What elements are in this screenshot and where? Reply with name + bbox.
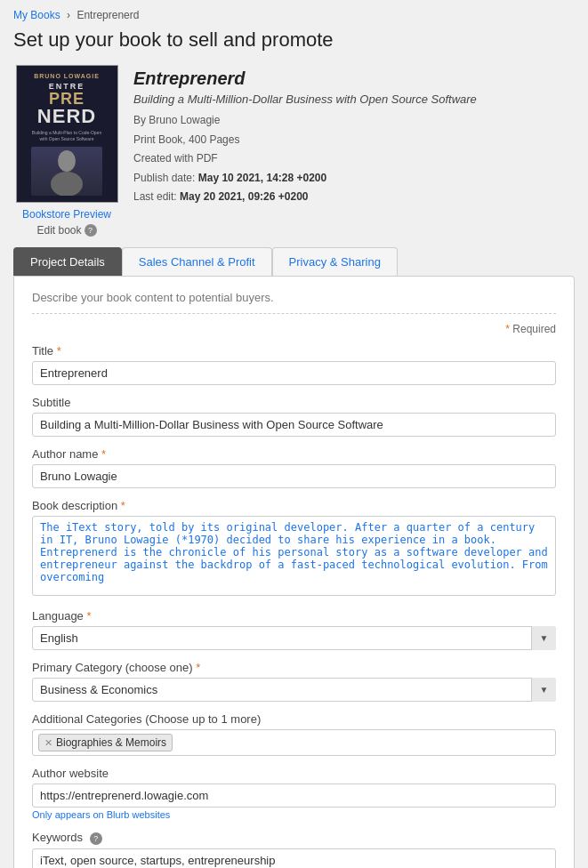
book-last-edit: Last edit: May 20 2021, 09:26 +0200 <box>133 188 575 207</box>
primary-category-select-wrapper: Business & Economics ▼ <box>32 678 556 702</box>
keywords-label: Keywords ? <box>32 831 556 845</box>
book-info-meta: By Bruno Lowagie Print Book, 400 Pages C… <box>133 111 575 207</box>
edit-book-help-icon[interactable]: ? <box>85 224 97 237</box>
form-group-author-name: Author name * <box>32 447 556 488</box>
book-info-subtitle: Building a Multi-Million-Dollar Business… <box>133 92 575 106</box>
tab-sales-channel[interactable]: Sales Channel & Profit <box>122 247 272 276</box>
required-star: * <box>505 323 510 335</box>
edit-book-row: Edit book ? <box>36 224 96 237</box>
required-text: Required <box>512 323 556 335</box>
book-cover-area: BRUNO LOWAGIE ENTRE PRE NERD Building a … <box>13 65 120 237</box>
language-select-wrapper: English ▼ <box>32 626 556 650</box>
required-label: * Required <box>32 323 556 335</box>
form-group-primary-category: Primary Category (choose one) * Business… <box>32 661 556 702</box>
form-group-additional-categories: Additional Categories (Choose up to 1 mo… <box>32 712 556 756</box>
edit-book-label[interactable]: Edit book <box>36 224 81 237</box>
book-info: Entreprenerd Building a Multi-Million-Do… <box>133 65 575 207</box>
language-select[interactable]: English <box>32 626 556 650</box>
bookstore-preview-link[interactable]: Bookstore Preview <box>22 208 111 221</box>
form-group-subtitle: Subtitle <box>32 396 556 437</box>
breadcrumb-parent[interactable]: My Books <box>13 9 60 21</box>
book-info-title: Entreprenerd <box>133 68 575 89</box>
primary-category-select[interactable]: Business & Economics <box>32 678 556 702</box>
main-card: Describe your book content to potential … <box>13 276 575 868</box>
book-created: Created with PDF <box>133 149 575 169</box>
keywords-help-icon[interactable]: ? <box>90 832 102 845</box>
svg-point-1 <box>51 172 83 196</box>
tabs-row: Project Details Sales Channel & Profit P… <box>13 247 575 276</box>
tab-project-details[interactable]: Project Details <box>13 247 122 276</box>
breadcrumb-current: Entreprenerd <box>77 9 139 21</box>
cover-book-subtitle: Building a Multi-Plan to Code-Openwith O… <box>32 130 101 141</box>
author-website-input[interactable] <box>32 784 556 808</box>
svg-point-0 <box>58 150 76 172</box>
title-input[interactable] <box>32 361 556 385</box>
primary-category-label: Primary Category (choose one) * <box>32 661 556 674</box>
category-tag: ✕ Biographies & Memoirs <box>38 734 173 751</box>
breadcrumb-separator: › <box>67 9 70 21</box>
description-textarea[interactable]: The iText story, told by its original de… <box>32 516 556 596</box>
additional-categories-input[interactable]: ✕ Biographies & Memoirs <box>32 729 556 756</box>
book-type: Print Book, 400 Pages <box>133 131 575 150</box>
form-group-title: Title * <box>32 344 556 385</box>
book-author: By Bruno Lowagie <box>133 111 575 131</box>
keywords-input[interactable] <box>32 848 556 868</box>
book-cover: BRUNO LOWAGIE ENTRE PRE NERD Building a … <box>16 65 118 203</box>
subtitle-label: Subtitle <box>32 396 556 409</box>
tag-label: Biographies & Memoirs <box>56 736 166 749</box>
book-header: BRUNO LOWAGIE ENTRE PRE NERD Building a … <box>13 65 575 237</box>
card-description: Describe your book content to potential … <box>32 291 556 304</box>
description-label: Book description * <box>32 499 556 512</box>
title-label: Title * <box>32 344 556 358</box>
form-group-language: Language * English ▼ <box>32 609 556 650</box>
book-publish-date: Publish date: May 10 2021, 14:28 +0200 <box>133 169 575 189</box>
form-group-keywords: Keywords ? <box>32 831 556 868</box>
form-group-description: Book description * The iText story, told… <box>32 499 556 599</box>
cover-nerd: NERD <box>37 107 96 126</box>
author-name-input[interactable] <box>32 464 556 488</box>
breadcrumb: My Books › Entreprenerd <box>13 9 575 21</box>
author-website-note: Only appears on Blurb websites <box>32 809 556 820</box>
author-name-label: Author name * <box>32 447 556 461</box>
page-title: Set up your book to sell and promote <box>13 28 575 52</box>
language-label: Language * <box>32 609 556 623</box>
tab-privacy-sharing[interactable]: Privacy & Sharing <box>272 247 398 276</box>
cover-title-block: ENTRE PRE NERD <box>37 82 96 126</box>
additional-categories-label: Additional Categories (Choose up to 1 mo… <box>32 712 556 726</box>
tag-remove-icon[interactable]: ✕ <box>44 737 52 749</box>
cover-person-image <box>31 147 102 196</box>
divider <box>32 313 556 314</box>
cover-author-name: BRUNO LOWAGIE <box>34 73 100 79</box>
form-group-author-website: Author website Only appears on Blurb web… <box>32 767 556 820</box>
subtitle-input[interactable] <box>32 413 556 437</box>
author-website-label: Author website <box>32 767 556 780</box>
